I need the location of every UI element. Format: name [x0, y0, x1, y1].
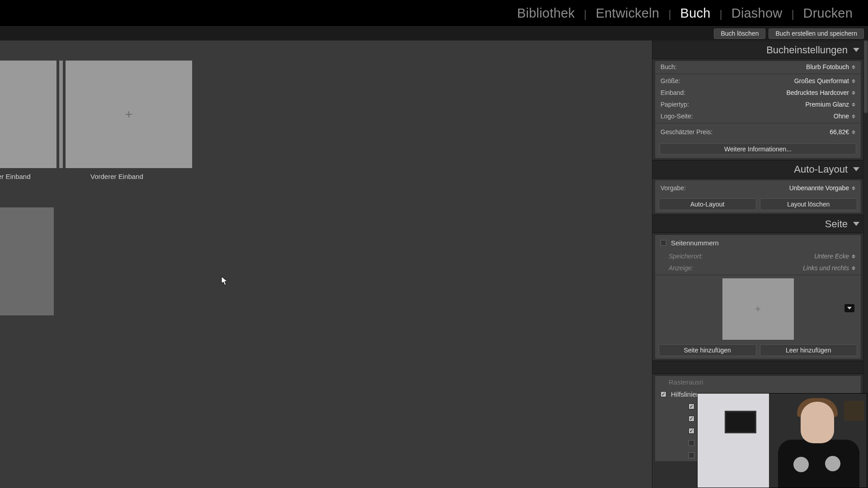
preset-dropdown[interactable]: Unbenannte Vorgabe	[789, 184, 855, 192]
book-type-row: Buch: Blurb Fotobuch	[655, 61, 861, 73]
create-save-book-button[interactable]: Buch erstellen und speichern	[769, 28, 864, 39]
collapse-icon	[853, 222, 859, 226]
module-buch[interactable]: Buch	[671, 6, 720, 21]
back-cover-page[interactable]: +	[0, 61, 57, 168]
webcam-overlay	[697, 393, 867, 488]
dropdown-icon	[852, 114, 855, 118]
monitor-shape	[725, 411, 756, 433]
display-dropdown[interactable]: Links und rechts	[803, 264, 855, 272]
panel-body-auto-layout: Vorgabe: Unbenannte Vorgabe Auto-Layout …	[655, 180, 861, 213]
cover-spread[interactable]: + +	[0, 61, 192, 168]
action-bar: Buch löschen Buch erstellen und speicher…	[0, 27, 868, 41]
preset-row: Vorgabe: Unbenannte Vorgabe	[655, 180, 861, 196]
checkbox-icon: ✓	[689, 404, 694, 409]
dropdown-icon	[852, 130, 855, 134]
display-row: Anzeige: Links und rechts	[655, 262, 861, 274]
panel-body-page: Seitennummern Speicherort: Untere Ecke A…	[655, 235, 861, 359]
spine[interactable]	[59, 61, 63, 168]
dropdown-icon	[852, 103, 855, 107]
paper-row: Papiertyp: Premium Glanz	[655, 99, 861, 110]
webcam-background	[698, 394, 769, 488]
checkbox-icon: ✓	[689, 416, 694, 422]
module-entwickeln[interactable]: Entwickeln	[587, 6, 669, 21]
logo-dropdown[interactable]: Ohne	[834, 113, 855, 120]
checkbox-icon	[660, 240, 666, 246]
panel-title: Bucheinstellungen	[766, 44, 848, 56]
front-cover-page[interactable]: +	[66, 61, 192, 168]
size-row: Größe: Großes Querformat	[655, 75, 861, 87]
back-cover-label: er Einband	[0, 173, 31, 180]
chevron-down-icon	[847, 307, 852, 310]
panel-title: Seite	[825, 218, 848, 230]
logo-row: Logo-Seite: Ohne	[655, 110, 861, 122]
dropdown-icon	[852, 254, 855, 258]
clear-layout-button[interactable]: Layout löschen	[760, 198, 858, 210]
add-blank-button[interactable]: Leer hinzufügen	[760, 344, 858, 356]
dropdown-icon	[852, 91, 855, 95]
checkbox-icon	[689, 452, 694, 458]
delete-book-button[interactable]: Buch löschen	[714, 28, 765, 39]
module-drucken[interactable]: Drucken	[794, 6, 862, 21]
size-dropdown[interactable]: Großes Querformat	[794, 77, 855, 84]
auto-layout-button[interactable]: Auto-Layout	[659, 198, 756, 210]
module-nav: Bibliothek | Entwickeln | Buch | Diashow…	[508, 6, 862, 21]
page-template-menu-button[interactable]	[844, 304, 854, 312]
location-row: Speicherort: Untere Ecke	[655, 250, 861, 262]
dropdown-icon	[852, 186, 855, 190]
page-template-thumb[interactable]: +	[722, 278, 794, 340]
dropdown-icon	[852, 79, 855, 83]
book-canvas[interactable]: + + er Einband Vorderer Einband	[0, 41, 652, 488]
panel-header-guides[interactable]: x	[652, 361, 863, 374]
collapse-icon	[853, 48, 859, 52]
dropdown-icon	[852, 65, 855, 69]
dropdown-icon	[852, 266, 855, 270]
panel-title: Auto-Layout	[794, 164, 848, 175]
grid-snap-label: Rasterausri	[655, 376, 861, 388]
panel-header-page[interactable]: Seite	[652, 215, 863, 233]
scrollbar-thumb[interactable]	[864, 41, 868, 113]
location-dropdown[interactable]: Untere Ecke	[814, 253, 855, 260]
panel-header-book-settings[interactable]: Bucheinstellungen	[652, 41, 863, 59]
module-bibliothek[interactable]: Bibliothek	[508, 6, 584, 21]
add-page-button[interactable]: Seite hinzufügen	[659, 344, 756, 356]
price-value: 66,82€	[830, 128, 855, 136]
module-diashow[interactable]: Diashow	[722, 6, 792, 21]
mouse-cursor-icon	[221, 276, 228, 286]
price-row: Geschätzter Preis: 66,82€	[655, 124, 861, 140]
checkbox-icon	[689, 440, 694, 446]
collapse-icon	[853, 167, 859, 171]
webcam-person	[769, 394, 867, 488]
panel-body-book-settings: Buch: Blurb Fotobuch Größe: Großes Querf…	[655, 61, 861, 159]
page-numbers-checkbox[interactable]: Seitennummern	[655, 235, 861, 250]
checkbox-icon: ✓	[689, 428, 694, 434]
page-thumb-partial[interactable]	[0, 207, 54, 315]
cover-row: Einband: Bedrucktes Hardcover	[655, 87, 861, 99]
paper-dropdown[interactable]: Premium Glanz	[806, 101, 855, 108]
front-cover-label: Vorderer Einband	[90, 173, 143, 180]
more-info-button[interactable]: Weitere Informationen...	[660, 143, 856, 155]
checkbox-icon: ✓	[660, 391, 666, 397]
page-layout-preview: +	[655, 276, 861, 342]
cover-dropdown[interactable]: Bedrucktes Hardcover	[786, 89, 855, 96]
panel-header-auto-layout[interactable]: Auto-Layout	[652, 160, 863, 178]
book-type-dropdown[interactable]: Blurb Fotobuch	[806, 63, 855, 70]
